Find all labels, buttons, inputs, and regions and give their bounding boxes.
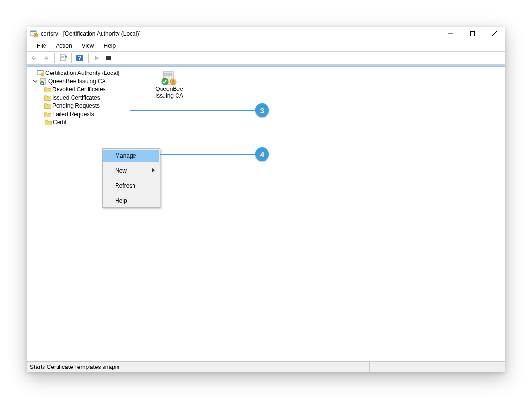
help-icon: ?: [76, 54, 84, 62]
svg-rect-23: [173, 80, 174, 84]
tree-item-failed[interactable]: Failed Requests: [27, 110, 146, 118]
ctx-manage[interactable]: Manage: [103, 150, 159, 162]
arrow-right-icon: [42, 55, 50, 61]
chevron-down-icon[interactable]: [32, 79, 39, 84]
folder-icon: [45, 119, 52, 125]
title-bar: certsrv - [Certification Authority (Loca…: [27, 27, 505, 41]
menu-view[interactable]: View: [77, 42, 99, 50]
status-message: Starts Certificate Templates snapin: [30, 364, 369, 370]
content-item-label-line1: QueenBee: [150, 86, 189, 93]
ctx-separator: [104, 193, 158, 193]
tree-root[interactable]: Certification Authority (Local): [27, 69, 146, 77]
svg-marker-11: [95, 56, 99, 60]
ctx-help[interactable]: Help: [103, 195, 159, 206]
tree-item-label: Certif: [53, 119, 67, 126]
close-button[interactable]: [483, 27, 505, 41]
play-button[interactable]: [91, 53, 102, 63]
ctx-separator: [104, 163, 158, 163]
ctx-separator: [104, 178, 158, 178]
ctx-refresh[interactable]: Refresh: [103, 180, 159, 191]
content-pane[interactable]: QueenBee Issuing CA: [146, 67, 505, 361]
ctx-item-label: Manage: [115, 152, 136, 159]
toolbar: ?: [27, 51, 505, 65]
ctx-item-label: Help: [115, 197, 127, 204]
maximize-button[interactable]: [461, 27, 483, 41]
folder-icon: [44, 95, 51, 101]
ctx-item-label: New: [115, 167, 127, 174]
tree-ca-label: QueenBee Issuing CA: [48, 78, 106, 85]
maximize-icon: [470, 31, 475, 36]
folder-icon: [44, 87, 51, 92]
tree-root-label: Certification Authority (Local): [45, 70, 119, 76]
menu-file[interactable]: File: [32, 42, 51, 50]
arrow-left-icon: [30, 55, 38, 61]
document-icon: [59, 54, 67, 62]
window-title: certsrv - [Certification Authority (Loca…: [41, 30, 141, 37]
stop-icon: [105, 55, 111, 61]
tree-item-label: Pending Requests: [52, 103, 100, 109]
app-window: certsrv - [Certification Authority (Loca…: [27, 27, 505, 372]
svg-rect-5: [470, 32, 474, 36]
ca-root-icon: [37, 69, 44, 77]
close-icon: [492, 31, 497, 36]
svg-rect-19: [164, 73, 172, 74]
status-cell: [428, 362, 486, 372]
ca-server-icon: [160, 71, 179, 85]
app-icon: [30, 30, 38, 38]
svg-text:?: ?: [78, 55, 81, 61]
toolbar-separator: [54, 53, 55, 63]
svg-marker-24: [152, 168, 155, 173]
status-cell: [369, 362, 428, 372]
nav-forward-button[interactable]: [41, 53, 51, 63]
stop-button[interactable]: [103, 53, 114, 63]
toolbar-separator: [71, 53, 72, 63]
main-area: Certification Authority (Local) QueenBee…: [27, 67, 505, 361]
svg-rect-12: [106, 56, 111, 60]
tree-item-issued[interactable]: Issued Certificates: [27, 93, 146, 102]
tree-item-pending[interactable]: Pending Requests: [27, 102, 146, 110]
tree-item-label: Issued Certificates: [52, 94, 100, 101]
tree-item-templates[interactable]: Certif: [27, 118, 146, 126]
tree-item-label: Failed Requests: [52, 111, 94, 118]
svg-rect-14: [37, 70, 43, 71]
content-ca-item[interactable]: QueenBee Issuing CA: [150, 71, 189, 100]
menu-action[interactable]: Action: [51, 42, 76, 50]
tree-ca-node[interactable]: QueenBee Issuing CA: [27, 77, 146, 85]
svg-rect-3: [35, 34, 36, 36]
minimize-button[interactable]: [440, 27, 461, 41]
submenu-arrow-icon: [152, 167, 155, 174]
nav-back-button[interactable]: [29, 53, 40, 63]
folder-icon: [44, 111, 51, 117]
content-item-label-line2: Issuing CA: [150, 93, 189, 100]
tree-pane: Certification Authority (Local) QueenBee…: [27, 67, 146, 361]
ctx-new[interactable]: New: [103, 165, 159, 176]
toolbar-separator: [88, 53, 89, 63]
status-bar: Starts Certificate Templates snapin: [27, 361, 505, 372]
ca-server-icon: [40, 77, 47, 85]
play-icon: [94, 55, 100, 61]
svg-point-15: [41, 73, 44, 76]
tree-item-label: Revoked Certificates: [52, 86, 106, 93]
svg-rect-20: [164, 74, 172, 76]
ctx-item-label: Refresh: [115, 182, 135, 189]
menu-help[interactable]: Help: [99, 42, 121, 50]
properties-button[interactable]: [58, 53, 68, 63]
context-menu: Manage New Refresh Help: [102, 148, 160, 208]
folder-icon: [44, 103, 51, 109]
status-cell: [486, 362, 505, 372]
menu-bar: File Action View Help: [27, 41, 505, 51]
minimize-icon: [448, 31, 453, 36]
help-button[interactable]: ?: [74, 53, 85, 63]
tree-item-revoked[interactable]: Revoked Certificates: [27, 85, 146, 93]
svg-rect-1: [30, 31, 36, 32]
